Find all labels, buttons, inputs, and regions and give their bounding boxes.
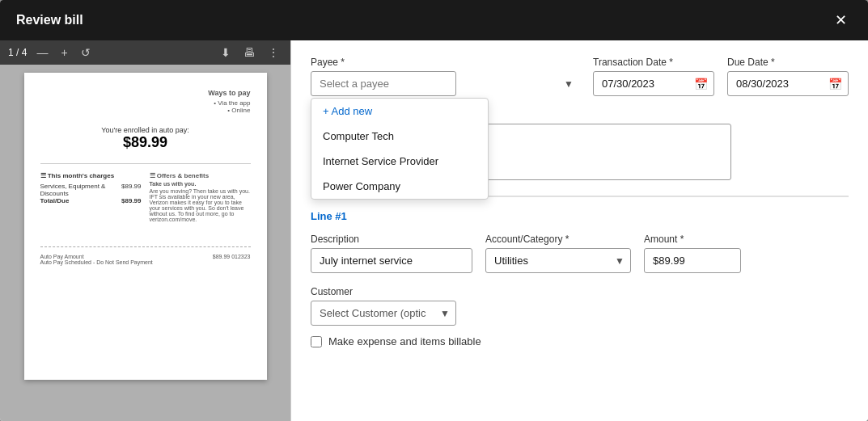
transaction-date-wrapper: 📅 bbox=[593, 71, 714, 96]
category-select[interactable]: Utilities bbox=[485, 248, 631, 273]
pdf-panel: 1 / 4 — + ↺ ⬇ 🖶 ⋮ Ways t bbox=[0, 40, 291, 421]
transaction-date-input[interactable] bbox=[593, 71, 714, 96]
payee-option-computer-tech[interactable]: Computer Tech bbox=[311, 124, 488, 149]
due-date-group: Due Date * 📅 bbox=[727, 57, 849, 96]
pdf-ways-to-pay: Ways to pay • Via the app • Online bbox=[40, 89, 251, 114]
pdf-charges: ☰ This month's charges Services, Equipme… bbox=[40, 172, 142, 222]
billable-checkbox[interactable] bbox=[311, 336, 322, 347]
payee-select-wrapper: ▼ + Add new Computer Tech Internet Servi… bbox=[311, 71, 580, 96]
pdf-zoom-in-button[interactable]: + bbox=[57, 45, 70, 60]
pdf-bottom-section: ☰ This month's charges Services, Equipme… bbox=[40, 172, 251, 222]
add-new-payee-item[interactable]: + Add new bbox=[311, 99, 488, 124]
description-input[interactable] bbox=[311, 248, 472, 273]
pdf-page-info: 1 / 4 bbox=[8, 47, 27, 58]
pdf-zoom-out-button[interactable]: — bbox=[33, 45, 51, 60]
due-date-wrapper: 📅 bbox=[727, 71, 849, 96]
pdf-download-button[interactable]: ⬇ bbox=[218, 45, 234, 60]
category-label: Account/Category * bbox=[485, 234, 631, 245]
payee-dropdown: + Add new Computer Tech Internet Service… bbox=[311, 98, 489, 200]
category-select-wrapper: Utilities ▼ bbox=[485, 248, 631, 273]
payee-chevron-icon: ▼ bbox=[564, 78, 574, 90]
customer-select-wrapper: Select Customer (optic ▼ bbox=[311, 301, 456, 326]
payee-label: Payee * bbox=[311, 57, 580, 68]
line-detail-row: Description Account/Category * Utilities… bbox=[311, 234, 849, 273]
amount-input[interactable] bbox=[644, 248, 741, 273]
pdf-toolbar-left: 1 / 4 — + ↺ bbox=[8, 45, 211, 60]
pdf-autopay-section: You're enrolled in auto pay: $89.99 bbox=[40, 126, 251, 151]
due-date-input[interactable] bbox=[727, 71, 849, 96]
due-date-label: Due Date * bbox=[727, 57, 849, 68]
form-panel: Payee * ▼ + Add new Computer Tech Intern… bbox=[291, 40, 868, 421]
payee-group: Payee * ▼ + Add new Computer Tech Intern… bbox=[311, 57, 580, 96]
billable-label: Make expense and items billable bbox=[328, 335, 481, 347]
customer-select[interactable]: Select Customer (optic bbox=[311, 301, 456, 326]
billable-row: Make expense and items billable bbox=[311, 335, 849, 347]
payee-option-internet-service[interactable]: Internet Service Provider bbox=[311, 149, 488, 174]
close-button[interactable]: ✕ bbox=[830, 11, 852, 29]
modal-header: Review bill ✕ bbox=[0, 0, 868, 40]
transaction-date-label: Transaction Date * bbox=[593, 57, 714, 68]
pdf-rotate-button[interactable]: ↺ bbox=[78, 45, 94, 60]
pdf-offers: ☰ Offers & benefits Take us with you. Ar… bbox=[150, 172, 251, 222]
modal-body: 1 / 4 — + ↺ ⬇ 🖶 ⋮ Ways t bbox=[0, 40, 868, 421]
form-top-row: Payee * ▼ + Add new Computer Tech Intern… bbox=[311, 57, 849, 96]
description-group: Description bbox=[311, 234, 472, 273]
description-label: Description bbox=[311, 234, 472, 245]
payee-option-power-company[interactable]: Power Company bbox=[311, 174, 488, 199]
line-number-label: Line #1 bbox=[311, 210, 849, 222]
pdf-content: Ways to pay • Via the app • Online You'r… bbox=[0, 65, 290, 421]
customer-group: Customer Select Customer (optic ▼ bbox=[311, 286, 456, 326]
pdf-page: Ways to pay • Via the app • Online You'r… bbox=[24, 73, 267, 380]
payee-input[interactable] bbox=[311, 71, 456, 96]
customer-label: Customer bbox=[311, 286, 456, 297]
pdf-print-button[interactable]: 🖶 bbox=[240, 45, 258, 60]
customer-row: Customer Select Customer (optic ▼ bbox=[311, 286, 849, 326]
category-group: Account/Category * Utilities ▼ bbox=[485, 234, 631, 273]
modal-title: Review bill bbox=[16, 13, 83, 27]
review-bill-modal: Review bill ✕ 1 / 4 — + ↺ bbox=[0, 0, 868, 421]
amount-group: Amount * bbox=[644, 234, 741, 273]
transaction-date-group: Transaction Date * 📅 bbox=[593, 57, 714, 96]
pdf-more-button[interactable]: ⋮ bbox=[265, 45, 282, 60]
pdf-toolbar: 1 / 4 — + ↺ ⬇ 🖶 ⋮ bbox=[0, 40, 290, 65]
amount-label: Amount * bbox=[644, 234, 741, 245]
pdf-footer: Auto Pay Amount $89.99 012323 Auto Pay S… bbox=[40, 246, 251, 265]
